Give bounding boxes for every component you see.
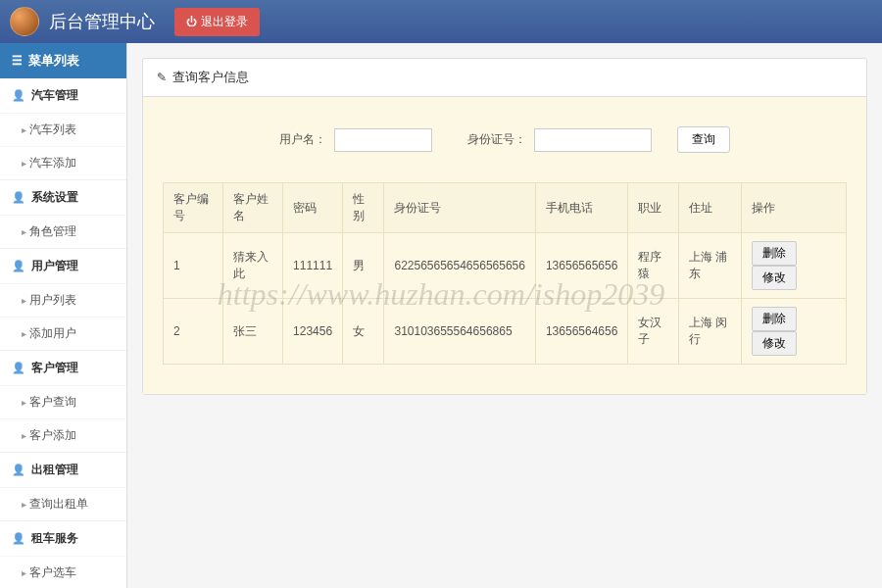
cell-job: 程序猿 bbox=[628, 233, 679, 299]
column-header: 客户编号 bbox=[164, 183, 223, 233]
panel-title: 查询客户信息 bbox=[143, 59, 866, 97]
cell-phone: 13656564656 bbox=[535, 299, 627, 365]
nav-item[interactable]: 角色管理 bbox=[0, 215, 126, 248]
idcard-label: 身份证号： bbox=[467, 131, 526, 148]
cell-id: 1 bbox=[164, 233, 223, 299]
cell-idcard: 310103655564656865 bbox=[384, 299, 535, 365]
cell-phone: 13656565656 bbox=[535, 233, 627, 299]
main-content: 查询客户信息 用户名： 身份证号： 查询 客户编号客户姓名密码性别身份证号手机电… bbox=[127, 43, 882, 588]
cell-gender: 男 bbox=[343, 233, 384, 299]
column-header: 密码 bbox=[283, 183, 343, 233]
delete-button[interactable]: 删除 bbox=[752, 307, 797, 331]
column-header: 操作 bbox=[741, 183, 846, 233]
cell-actions: 删除修改 bbox=[741, 233, 846, 299]
nav-item[interactable]: 用户列表 bbox=[0, 283, 126, 317]
nav-section-title[interactable]: 出租管理 bbox=[0, 453, 126, 487]
nav-item[interactable]: 客户添加 bbox=[0, 418, 126, 452]
cell-actions: 删除修改 bbox=[741, 299, 846, 365]
username-label: 用户名： bbox=[279, 131, 326, 148]
nav-section-title[interactable]: 客户管理 bbox=[0, 351, 126, 385]
table-row: 2张三123456女31010365556465686513656564656女… bbox=[164, 299, 847, 365]
cell-address: 上海 闵行 bbox=[679, 299, 742, 365]
search-form: 用户名： 身份证号： 查询 bbox=[163, 126, 847, 153]
logout-button[interactable]: 退出登录 bbox=[174, 8, 260, 36]
idcard-input[interactable] bbox=[534, 128, 652, 152]
column-header: 客户姓名 bbox=[223, 183, 283, 233]
nav-section-title[interactable]: 租车服务 bbox=[0, 521, 126, 556]
nav-section-title[interactable]: 汽车管理 bbox=[0, 78, 126, 113]
table-row: 1猜来入此111111男6225656565465656565613656565… bbox=[164, 233, 847, 299]
nav-item[interactable]: 客户查询 bbox=[0, 385, 126, 418]
cell-job: 女汉子 bbox=[628, 299, 679, 365]
edit-button[interactable]: 修改 bbox=[752, 266, 797, 290]
column-header: 住址 bbox=[679, 183, 742, 233]
column-header: 职业 bbox=[628, 183, 679, 233]
cell-name: 张三 bbox=[223, 299, 283, 365]
cell-id: 2 bbox=[164, 299, 223, 365]
cell-password: 123456 bbox=[283, 299, 343, 365]
sidebar: 菜单列表 汽车管理汽车列表汽车添加系统设置角色管理用户管理用户列表添加用户客户管… bbox=[0, 43, 127, 588]
nav-item[interactable]: 汽车列表 bbox=[0, 113, 126, 146]
edit-button[interactable]: 修改 bbox=[752, 331, 797, 356]
cell-idcard: 62256565654656565656 bbox=[384, 233, 535, 299]
username-input[interactable] bbox=[334, 128, 432, 152]
cell-address: 上海 浦东 bbox=[679, 233, 742, 299]
customer-table: 客户编号客户姓名密码性别身份证号手机电话职业住址操作 1猜来入此111111男6… bbox=[163, 182, 847, 365]
panel: 查询客户信息 用户名： 身份证号： 查询 客户编号客户姓名密码性别身份证号手机电… bbox=[142, 58, 867, 395]
nav-item[interactable]: 客户选车 bbox=[0, 556, 126, 588]
nav-item[interactable]: 添加用户 bbox=[0, 317, 126, 350]
delete-button[interactable]: 删除 bbox=[752, 241, 797, 266]
app-header: 后台管理中心 退出登录 bbox=[0, 0, 882, 43]
cell-password: 111111 bbox=[283, 233, 343, 299]
column-header: 性别 bbox=[343, 183, 384, 233]
cell-name: 猜来入此 bbox=[223, 233, 283, 299]
nav-item[interactable]: 汽车添加 bbox=[0, 146, 126, 179]
app-title: 后台管理中心 bbox=[49, 10, 155, 33]
cell-gender: 女 bbox=[343, 299, 384, 365]
nav-item[interactable]: 查询出租单 bbox=[0, 487, 126, 520]
search-button[interactable]: 查询 bbox=[677, 126, 730, 153]
column-header: 身份证号 bbox=[384, 183, 535, 233]
nav-section-title[interactable]: 用户管理 bbox=[0, 249, 126, 283]
avatar bbox=[10, 7, 39, 36]
column-header: 手机电话 bbox=[535, 183, 627, 233]
sidebar-header: 菜单列表 bbox=[0, 43, 126, 78]
nav-section-title[interactable]: 系统设置 bbox=[0, 180, 126, 215]
